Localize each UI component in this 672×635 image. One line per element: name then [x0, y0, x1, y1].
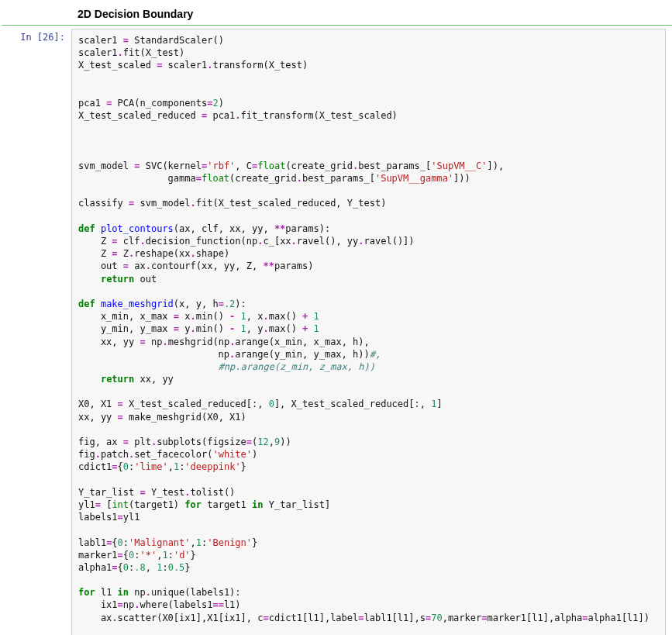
prompt-number: 26 [43, 32, 53, 43]
code-input-area[interactable]: scaler1 = StandardScaler() scaler1.fit(X… [71, 29, 666, 635]
heading-text: 2D Decision Boundary [78, 8, 672, 20]
input-prompt: In [26]: [3, 29, 71, 635]
prompt-label: In [20, 32, 31, 43]
markdown-heading-cell: 2D Decision Boundary [0, 0, 672, 25]
code-cell[interactable]: In [26]: scaler1 = StandardScaler() scal… [0, 25, 672, 635]
